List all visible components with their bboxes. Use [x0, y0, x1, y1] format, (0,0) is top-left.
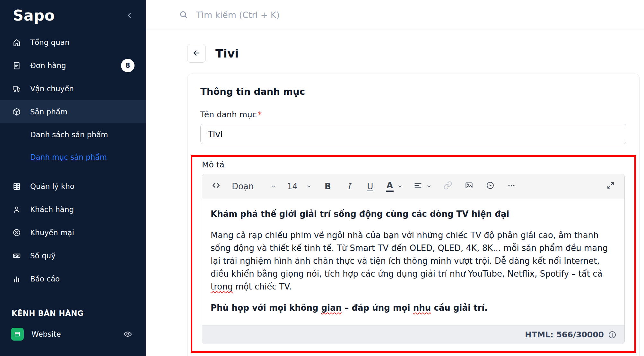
sidebar-item-don-hang[interactable]: Đơn hàng 8	[0, 54, 146, 77]
orders-icon	[12, 61, 22, 70]
sidebar-item-label: Khuyến mại	[30, 228, 74, 237]
sidebar-item-label: Khách hàng	[30, 205, 74, 214]
editor-toolbar: Đoạn 14 B	[202, 174, 624, 199]
box-icon	[12, 107, 22, 116]
channel-label: Website	[31, 330, 61, 338]
orders-count-badge: 8	[121, 59, 135, 72]
topbar	[146, 0, 644, 30]
sidebar-item-bao-cao[interactable]: Báo cáo	[0, 267, 146, 290]
card-title: Thông tin danh mục	[200, 86, 626, 97]
sidebar: Sapo Tổng quan Đơn hàng 8 Vận chuyển	[0, 0, 146, 356]
fullscreen-button[interactable]	[603, 178, 618, 195]
chevron-down-icon	[306, 183, 312, 190]
link-icon	[443, 181, 452, 192]
underline-button[interactable]: U	[363, 178, 378, 195]
website-icon	[11, 328, 24, 341]
sidebar-header: Sapo	[0, 0, 146, 31]
sidebar-item-so-quy[interactable]: Sổ quỹ	[0, 244, 146, 267]
editor-paragraph[interactable]: Mang cả rạp chiếu phim về ngôi nhà của b…	[211, 229, 616, 293]
align-dropdown[interactable]	[412, 178, 434, 195]
editor-footer: HTML: 566/30000	[202, 325, 624, 344]
category-name-input[interactable]	[200, 124, 626, 144]
search-input[interactable]	[196, 10, 631, 20]
name-field-label: Tên danh mục*	[200, 110, 626, 119]
back-button[interactable]	[187, 44, 206, 63]
text-color-label: A	[386, 181, 394, 192]
collapse-sidebar-icon[interactable]	[126, 11, 134, 20]
bold-label: B	[325, 182, 331, 191]
sidebar-item-label: Sản phẩm	[30, 108, 67, 116]
sidebar-item-quan-ly-kho[interactable]: Quản lý kho	[0, 175, 146, 198]
description-field-label: Mô tả	[202, 160, 625, 169]
sidebar-item-label: Vận chuyển	[30, 85, 74, 93]
sidebar-item-tong-quan[interactable]: Tổng quan	[0, 31, 146, 54]
italic-label: I	[347, 182, 351, 191]
expand-icon	[606, 181, 615, 192]
underline-label: U	[367, 182, 373, 191]
info-icon[interactable]	[608, 330, 617, 339]
sidebar-item-khuyen-mai[interactable]: Khuyến mại	[0, 221, 146, 244]
product-submenu: Danh sách sản phẩm Danh mục sản phẩm	[0, 123, 146, 168]
paragraph-style-value: Đoạn	[232, 182, 254, 191]
search-icon	[179, 10, 188, 20]
category-info-card: Thông tin danh mục Tên danh mục* Mô tả	[187, 74, 640, 356]
rich-text-editor: Đoạn 14 B	[202, 174, 625, 344]
sidebar-item-label: Tổng quan	[30, 38, 69, 47]
image-button[interactable]	[462, 178, 476, 195]
image-icon	[465, 181, 474, 192]
sidebar-item-label: Quản lý kho	[30, 182, 74, 191]
page-header: Tivi	[187, 44, 640, 63]
eye-icon[interactable]	[123, 329, 133, 339]
font-size-value: 14	[287, 182, 298, 191]
sidebar-item-label: Báo cáo	[30, 275, 60, 283]
truck-icon	[12, 84, 22, 93]
home-icon	[12, 38, 22, 47]
source-code-button[interactable]	[209, 178, 223, 195]
sapo-logo: Sapo	[13, 7, 55, 24]
sidebar-item-khach-hang[interactable]: Khách hàng	[0, 198, 146, 221]
sidebar-item-website[interactable]: Website	[0, 323, 146, 346]
cash-icon	[12, 251, 22, 260]
page-content: Tivi Thông tin danh mục Tên danh mục* Mô…	[146, 30, 644, 356]
chevron-down-icon	[270, 183, 277, 190]
sidebar-item-label: Sổ quỹ	[30, 252, 56, 260]
text-color-dropdown[interactable]: A	[384, 178, 405, 195]
paragraph-style-dropdown[interactable]: Đoạn	[230, 178, 279, 195]
align-left-icon	[413, 181, 422, 192]
sidebar-item-danh-sach-san-pham[interactable]: Danh sách sản phẩm	[0, 123, 146, 146]
name-label-text: Tên danh mục	[200, 110, 257, 119]
video-button[interactable]	[483, 178, 498, 195]
sales-channels-header: KÊNH BÁN HÀNG	[0, 301, 146, 323]
sidebar-nav: Tổng quan Đơn hàng 8 Vận chuyển Sản phẩm…	[0, 31, 146, 290]
sidebar-item-danh-muc-san-pham[interactable]: Danh mục sản phẩm	[0, 146, 146, 168]
editor-content[interactable]: Khám phá thế giới giải trí sống động cùn…	[202, 199, 624, 325]
italic-button[interactable]: I	[342, 178, 356, 195]
sidebar-item-label: Đơn hàng	[30, 61, 66, 70]
sidebar-item-san-pham[interactable]: Sản phẩm	[0, 100, 146, 123]
sidebar-item-van-chuyen[interactable]: Vận chuyển	[0, 77, 146, 100]
chart-icon	[12, 274, 22, 283]
bold-button[interactable]: B	[320, 178, 335, 195]
more-button[interactable]	[504, 178, 519, 195]
annotation-highlight: Mô tả Đoạn	[191, 155, 636, 353]
font-size-dropdown[interactable]: 14	[285, 178, 314, 195]
sidebar-item-label: Danh mục sản phẩm	[30, 153, 107, 161]
editor-paragraph[interactable]: Khám phá thế giới giải trí sống động cùn…	[211, 208, 616, 220]
play-circle-icon	[486, 181, 495, 192]
chevron-down-icon	[397, 183, 403, 190]
html-counter: HTML: 566/30000	[525, 330, 604, 339]
sidebar-item-label: Danh sách sản phẩm	[30, 130, 108, 139]
editor-paragraph[interactable]: Phù hợp với mọi không gian – đáp ứng mọi…	[211, 301, 616, 314]
arrow-left-icon	[192, 49, 201, 58]
code-icon	[211, 180, 221, 192]
link-button[interactable]	[440, 178, 455, 195]
ellipsis-icon	[507, 181, 516, 192]
customer-icon	[12, 205, 22, 214]
page-title: Tivi	[215, 47, 239, 60]
warehouse-icon	[12, 182, 22, 191]
main-area: Tivi Thông tin danh mục Tên danh mục* Mô…	[146, 0, 644, 356]
required-asterisk: *	[258, 110, 262, 119]
chevron-down-icon	[426, 183, 432, 190]
percent-icon	[12, 228, 22, 237]
